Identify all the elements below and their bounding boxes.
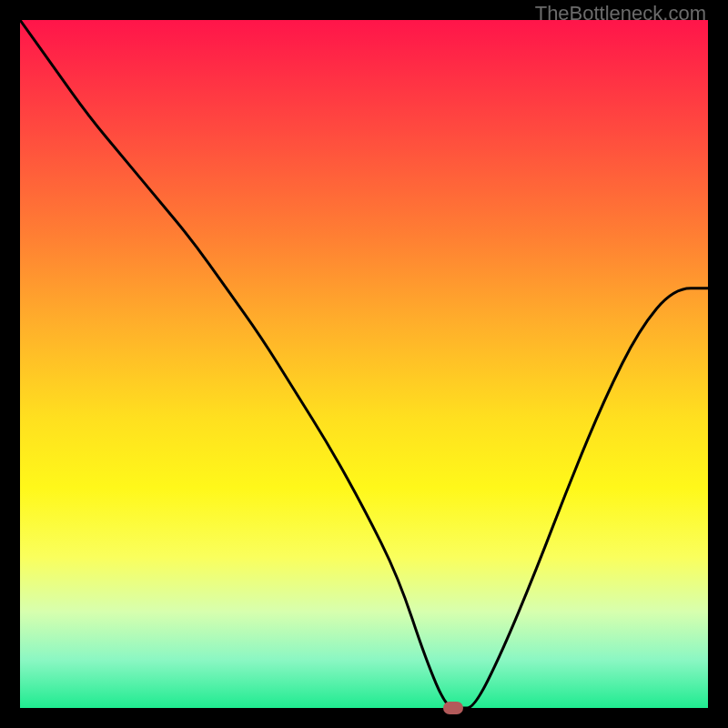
optimal-marker [443, 702, 463, 714]
chart-plot-area [20, 20, 708, 708]
bottleneck-curve [20, 20, 708, 708]
chart-frame: TheBottleneck.com [0, 0, 728, 728]
